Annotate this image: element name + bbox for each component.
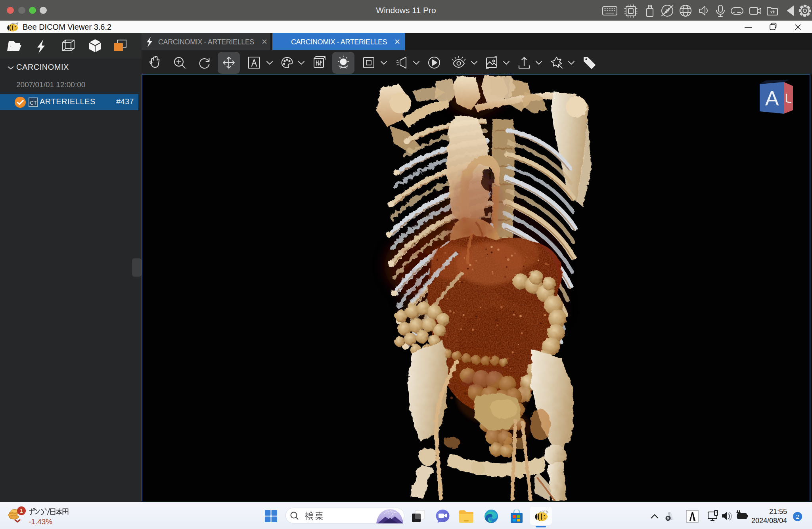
svg-text:A: A <box>765 87 779 110</box>
svg-text:-1.43%: -1.43% <box>29 518 52 526</box>
svg-text:L: L <box>785 91 791 106</box>
svg-text:1: 1 <box>20 508 23 514</box>
svg-text:CT: CT <box>30 100 36 106</box>
